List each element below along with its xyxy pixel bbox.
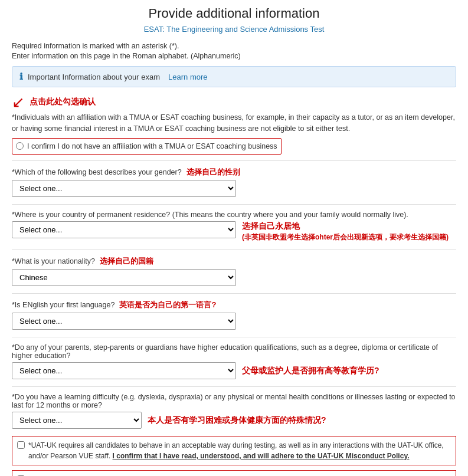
parents-education-label: *Do any of your parents, step-parents or… [12,343,456,360]
affiliation-checkbox-label: I confirm I do not have an affiliation w… [27,141,277,152]
important-info-box: ℹ Important Information about your exam … [12,66,456,87]
residence-field-section: *Where is your country of permanent resi… [12,211,456,242]
esat-link[interactable]: ESAT: The Engineering and Science Admiss… [144,25,325,34]
nationality-field-section: *What is your nationality? 选择自己的国籍 Selec… [12,256,456,286]
affiliation-checkbox-row: I confirm I do not have an affiliation w… [12,138,282,155]
info-icon: ℹ [19,71,23,82]
data-privacy-row: *I confirm that all my data above is cor… [12,470,456,476]
residence-select[interactable]: Select one... United Kingdom China Other [12,221,236,238]
affiliation-radio[interactable] [16,142,24,150]
gender-field-section: *Which of the following best describes y… [12,167,456,197]
annotation-residence-note: (非英国非欧盟考生选择ohter后会出现新选项，要求考生选择国籍) [242,232,449,242]
annotation-english: 英语是否为自己的第一语言? [119,300,216,310]
misconduct-label: *UAT-UK requires all candidates to behav… [28,440,451,461]
affiliation-section: *Individuals with an affiliation with a … [12,112,456,155]
annotation-nationality: 选择自己的国籍 [100,256,153,267]
parents-education-select[interactable]: Select one... Yes No I don't know [12,362,236,379]
annotation-parents-education: 父母或监护人是否拥有高等教育学历? [242,366,379,376]
learning-difficulty-select[interactable]: Select one... Yes No [12,412,142,429]
annotation-residence-group: 选择自己永居地 (非英国非欧盟考生选择ohter后会出现新选项，要求考生选择国籍… [242,221,449,242]
info-box-text: Important Information about your exam [28,73,160,81]
annotation-click-confirm: 点击此处勾选确认 [30,97,96,107]
gender-label: *Which of the following best describes y… [12,167,456,178]
residence-label: *Where is your country of permanent resi… [12,211,456,219]
learning-difficulty-section: *Do you have a learning difficulty (e.g.… [12,393,456,429]
english-first-label: *Is ENglish your first language? 英语是否为自己… [12,300,456,310]
learn-more-link[interactable]: Learn more [168,73,207,81]
required-info-note: Required information is marked with an a… [12,42,456,50]
page-title: Provide additional information [12,6,456,21]
policy-checkboxes-section: *UAT-UK requires all candidates to behav… [12,436,456,476]
annotation-residence: 选择自己永居地 [242,221,300,231]
parents-education-section: *Do any of your parents, step-parents or… [12,343,456,379]
nationality-select[interactable]: Select one... British Chinese Other [12,269,236,286]
affiliation-text: *Individuals with an affiliation with a … [12,112,456,134]
annotation-learning-difficulty: 本人是否有学习困难或身体健康方面的特殊情况? [148,415,326,426]
gender-select[interactable]: Select one... Male Female Non-binary Pre… [12,180,236,197]
misconduct-checkbox[interactable] [17,441,25,449]
english-first-select[interactable]: Select one... Yes No [12,313,236,330]
learning-difficulty-label: *Do you have a learning difficulty (e.g.… [12,393,456,409]
alphabet-note: Enter information on this page in the Ro… [12,52,456,60]
subtitle-link-section: ESAT: The Engineering and Science Admiss… [12,25,456,34]
english-first-section: *Is ENglish your first language? 英语是否为自己… [12,300,456,330]
annotation-gender: 选择自己的性别 [186,167,240,178]
nationality-label: *What is your nationality? 选择自己的国籍 [12,256,456,267]
misconduct-policy-row: *UAT-UK requires all candidates to behav… [12,436,456,465]
